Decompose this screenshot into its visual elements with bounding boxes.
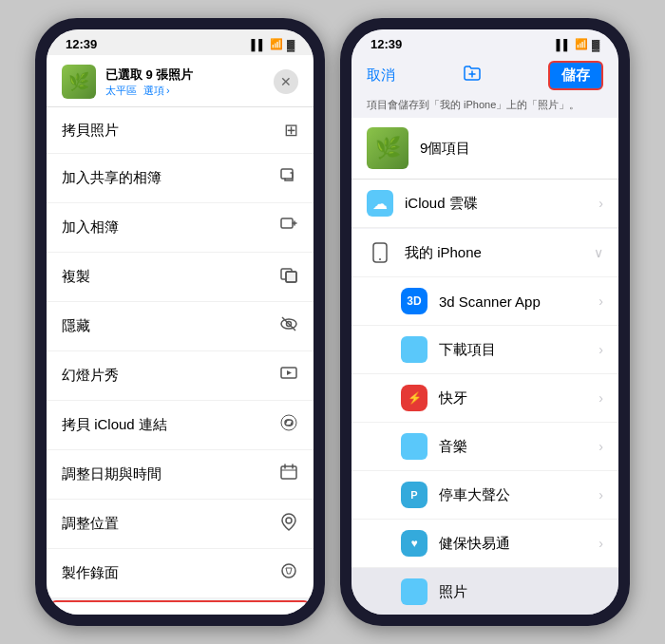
menu-item-duplicate[interactable]: 複製	[47, 253, 314, 302]
menu-item-copy-photo[interactable]: 拷貝照片 ⊞	[47, 107, 314, 154]
music-icon	[401, 433, 428, 460]
kuaiya-chevron: ›	[598, 390, 603, 406]
file-row-downloads[interactable]: 下載項目 ›	[352, 326, 618, 374]
file-row-kuaiya[interactable]: ⚡ 快牙 ›	[352, 374, 618, 423]
iphone-label: 我的 iPhone	[405, 244, 582, 262]
subtitle-arrow: ›	[166, 85, 170, 96]
photos-folder-icon	[401, 578, 428, 605]
svg-point-10	[281, 415, 296, 430]
wifi-icon: 📶	[270, 38, 283, 50]
preview-count-label: 9個項目	[420, 140, 470, 158]
status-time-right: 12:39	[370, 37, 402, 51]
status-bar-right: 12:39 ▌▌ 📶 ▓	[352, 29, 618, 55]
downloads-label: 下載項目	[439, 341, 587, 359]
menu-item-adjust-date[interactable]: 調整日期與時間	[47, 450, 314, 500]
signal-icon: ▌▌	[251, 39, 266, 50]
subtitle-location: 太平區	[105, 84, 137, 98]
file-row-health[interactable]: ♥ 健保快易通 ›	[352, 520, 618, 568]
icloud-label: iCloud 雲碟	[405, 195, 587, 213]
battery-icon: ▓	[287, 39, 294, 50]
icloud-icon: ☁	[367, 190, 393, 217]
phone-right: 12:39 ▌▌ 📶 ▓ 取消 儲存 項目會儲存到「我的 iPhone」上的「照…	[340, 18, 630, 626]
music-chevron: ›	[598, 439, 603, 454]
cancel-button[interactable]: 取消	[367, 66, 395, 85]
file-preview: 🌿 9個項目	[352, 118, 618, 180]
battery-icon-r: ▓	[592, 39, 599, 50]
copy-photo-icon: ⊞	[284, 120, 298, 141]
icloud-chevron: ›	[598, 196, 603, 211]
subtitle-sep	[139, 85, 142, 96]
sheet-title-area: 已選取 9 張照片 太平區 選項 ›	[105, 66, 264, 98]
3dscanner-chevron: ›	[598, 294, 603, 309]
file-picker-header: 取消 儲存	[352, 55, 618, 98]
svg-point-25	[379, 258, 381, 260]
signal-icon-r: ▌▌	[556, 39, 571, 50]
svg-rect-3	[286, 272, 296, 282]
file-save-subtitle: 項目會儲存到「我的 iPhone」上的「照片」。	[352, 98, 618, 118]
slideshow-icon	[279, 364, 298, 388]
sheet-thumb: 🌿	[62, 65, 96, 99]
iphone-chevron: ∨	[594, 245, 603, 260]
iphone-icon	[367, 239, 393, 266]
svg-rect-1	[281, 218, 293, 228]
save-files-icon	[277, 613, 296, 615]
3dscanner-label: 3d Scanner App	[439, 294, 587, 310]
recording-icon	[279, 561, 298, 585]
menu-item-create-recording[interactable]: 製作錄面	[47, 549, 314, 598]
wifi-icon-r: 📶	[575, 38, 588, 50]
menu-item-icloud-link[interactable]: 拷貝 iCloud 連結	[47, 401, 314, 450]
svg-marker-9	[287, 370, 292, 375]
folder-header-icon	[462, 63, 483, 88]
status-icons-right: ▌▌ 📶 ▓	[556, 38, 599, 50]
menu-item-add-album[interactable]: 加入相簿	[47, 203, 314, 253]
sheet-title: 已選取 9 張照片	[105, 66, 264, 84]
parking-label: 停車大聲公	[439, 486, 587, 504]
kuaiya-icon: ⚡	[401, 385, 428, 411]
music-label: 音樂	[439, 438, 587, 456]
hide-icon	[279, 314, 298, 338]
health-label: 健保快易通	[439, 535, 587, 553]
sheet-close-button[interactable]: ✕	[274, 69, 298, 94]
save-button[interactable]: 儲存	[548, 61, 603, 90]
svg-rect-11	[281, 466, 296, 479]
file-row-music[interactable]: 音樂 ›	[352, 423, 618, 471]
menu-item-adjust-location[interactable]: 調整位置	[47, 500, 314, 549]
adjust-date-icon	[279, 463, 298, 486]
add-album-icon	[279, 216, 298, 239]
menu-item-save-to-files[interactable]: 儲存到檔案	[50, 600, 310, 615]
file-row-photos[interactable]: 照片	[352, 568, 618, 615]
file-row-3dscanner[interactable]: 3D 3d Scanner App ›	[352, 277, 618, 326]
duplicate-icon	[279, 265, 298, 289]
3dscanner-icon: 3D	[401, 288, 428, 314]
icloud-link-icon	[279, 413, 298, 437]
sheet-header: 🌿 已選取 9 張照片 太平區 選項 › ✕	[47, 55, 314, 107]
status-icons-left: ▌▌ 📶 ▓	[251, 38, 294, 50]
photos-label: 照片	[439, 583, 592, 601]
menu-item-slideshow[interactable]: 幻燈片秀	[47, 351, 314, 401]
menu-list: 拷貝照片 ⊞ 加入共享的相簿 加入相簿	[47, 107, 314, 615]
menu-item-hide[interactable]: 隱藏	[47, 302, 314, 351]
kuaiya-label: 快牙	[439, 389, 587, 407]
file-row-icloud[interactable]: ☁ iCloud 雲碟 ›	[352, 180, 618, 228]
parking-chevron: ›	[598, 487, 603, 502]
sheet-subtitle: 太平區 選項 ›	[105, 84, 264, 98]
status-bar-left: 12:39 ▌▌ 📶 ▓	[47, 29, 314, 55]
svg-point-15	[286, 518, 292, 523]
subtitle-link[interactable]: 選項	[143, 84, 164, 98]
downloads-chevron: ›	[598, 342, 603, 357]
file-row-parking[interactable]: P 停車大聲公 ›	[352, 471, 618, 520]
parking-icon: P	[401, 482, 428, 508]
adjust-location-icon	[279, 512, 298, 536]
preview-thumb: 🌿	[367, 127, 408, 169]
health-chevron: ›	[598, 536, 603, 551]
phone-left: 12:39 ▌▌ 📶 ▓ 🌿 已選取 9 張照片 太平區 選項 ›	[35, 18, 325, 626]
menu-item-shared-album[interactable]: 加入共享的相簿	[47, 154, 314, 203]
shared-album-icon	[279, 166, 298, 190]
status-time-left: 12:39	[66, 37, 97, 51]
downloads-icon	[401, 336, 428, 363]
file-list: ☁ iCloud 雲碟 › 我的 iPhone ∨ 3D 3d Scanner …	[352, 180, 618, 615]
file-row-iphone[interactable]: 我的 iPhone ∨	[352, 229, 618, 277]
svg-rect-0	[281, 169, 293, 179]
health-icon: ♥	[401, 530, 428, 557]
svg-point-16	[282, 564, 295, 578]
